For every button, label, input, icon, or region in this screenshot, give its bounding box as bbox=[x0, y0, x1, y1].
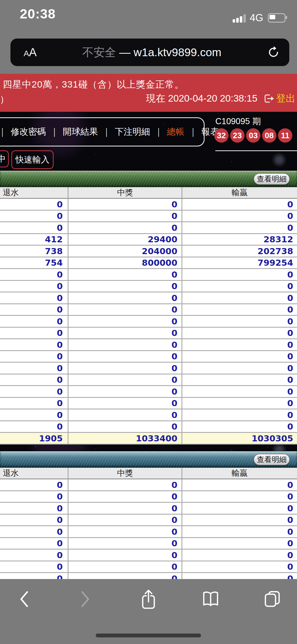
table-cell: 0 bbox=[0, 479, 68, 490]
nav-link-2[interactable]: 修改密碼 bbox=[11, 126, 46, 138]
table-cell: 0 bbox=[182, 561, 297, 572]
forward-button[interactable] bbox=[81, 591, 90, 608]
table-cell: 0 bbox=[68, 561, 182, 572]
current-datetime: 現在 2020-04-20 20:38:15 bbox=[146, 92, 257, 105]
nav-separator: ｜ bbox=[102, 126, 111, 138]
table-cell: 0 bbox=[0, 491, 68, 502]
url-text[interactable]: 不安全 — w1a.ktv9899.com bbox=[48, 45, 255, 60]
column-header: 中獎 bbox=[68, 468, 182, 479]
table-cell: 0 bbox=[182, 292, 297, 303]
section-1-header-bar: 查看明細 bbox=[0, 170, 297, 187]
column-header: 退水 bbox=[0, 468, 68, 479]
nav-separator: ｜ bbox=[154, 126, 163, 138]
table-row: 000 bbox=[0, 199, 297, 211]
table-cell: 0 bbox=[182, 386, 297, 397]
table-row: 000 bbox=[0, 491, 297, 503]
security-label: 不安全 bbox=[82, 46, 116, 59]
table-row: 738204000202738 bbox=[0, 246, 297, 257]
tabs-button[interactable] bbox=[264, 590, 281, 607]
back-button[interactable] bbox=[20, 591, 29, 608]
report-section-1: 查看明細 退水 中獎 輸贏 00000000041229400283127382… bbox=[0, 170, 297, 445]
table-row: 000 bbox=[0, 292, 297, 304]
table-cell: 0 bbox=[0, 304, 68, 315]
table-cell: 0 bbox=[0, 316, 68, 327]
table-cell: 0 bbox=[68, 526, 182, 537]
table-cell: 0 bbox=[68, 316, 182, 327]
table-row: 000 bbox=[0, 386, 297, 398]
table-row: 000 bbox=[0, 503, 297, 515]
table-cell: 0 bbox=[68, 222, 182, 233]
table-cell: 0 bbox=[0, 573, 68, 579]
table-row: 000 bbox=[0, 550, 297, 561]
lottery-ball: 03 bbox=[246, 128, 260, 143]
battery-tip bbox=[286, 16, 287, 19]
table-cell: 0 bbox=[0, 281, 68, 292]
table-cell: 0 bbox=[0, 328, 68, 339]
share-button[interactable] bbox=[141, 589, 156, 610]
table-cell: 0 bbox=[68, 538, 182, 549]
table-row: 000 bbox=[0, 269, 297, 281]
site-host: — w1a.ktv9899.com bbox=[119, 46, 221, 59]
announcement-banner: 四星中20萬，331碰（含）以上獎金正常。 0） 現在 2020-04-20 2… bbox=[0, 74, 297, 112]
address-bar[interactable]: AA 不安全 — w1a.ktv9899.com bbox=[10, 39, 289, 66]
view-detail-button[interactable]: 查看明細 bbox=[254, 454, 290, 465]
table-row: 000 bbox=[0, 281, 297, 293]
table-row: 000 bbox=[0, 561, 297, 573]
logout-link[interactable]: 登出 bbox=[276, 92, 295, 105]
table-cell: 0 bbox=[182, 550, 297, 561]
table-cell: 0 bbox=[68, 351, 182, 362]
column-header: 中獎 bbox=[68, 187, 182, 198]
table-cell: 0 bbox=[68, 269, 182, 280]
view-detail-button[interactable]: 查看明細 bbox=[254, 173, 290, 185]
table-row: 000 bbox=[0, 351, 297, 363]
signal-bar bbox=[233, 19, 235, 23]
clipped-text-fragment: 0） bbox=[0, 93, 9, 106]
clipped-button[interactable]: 中 bbox=[0, 150, 9, 167]
nav-link-4[interactable]: 下注明細 bbox=[115, 126, 150, 138]
total-cell: 1030305 bbox=[182, 433, 297, 444]
table-row: 000 bbox=[0, 374, 297, 386]
home-indicator[interactable] bbox=[96, 634, 201, 637]
table-cell: 0 bbox=[68, 199, 182, 210]
table-row: 000 bbox=[0, 573, 297, 579]
table-row: 000 bbox=[0, 211, 297, 222]
column-header: 輸贏 bbox=[182, 187, 297, 198]
table-cell: 0 bbox=[68, 363, 182, 374]
site-header: 資料｜修改密碼｜開球結果｜下注明細｜總帳｜報表 C109095 期 322303… bbox=[0, 112, 297, 170]
quick-input-button[interactable]: 快速輸入 bbox=[11, 150, 54, 169]
totals-row: 1905 1033400 1030305 bbox=[0, 433, 297, 445]
table-cell: 0 bbox=[0, 526, 68, 537]
table-cell: 0 bbox=[68, 409, 182, 420]
nav-link-3[interactable]: 開球結果 bbox=[63, 126, 98, 138]
table-cell: 0 bbox=[182, 515, 297, 526]
table-row: 000 bbox=[0, 339, 297, 351]
reader-text-size-button[interactable]: AA bbox=[24, 46, 48, 59]
draw-period: C109095 期 bbox=[215, 116, 261, 127]
stripe-texture bbox=[0, 171, 297, 187]
bookmarks-button[interactable] bbox=[202, 591, 219, 607]
table-cell: 738 bbox=[0, 246, 68, 257]
nav-link-5[interactable]: 總帳 bbox=[167, 126, 185, 138]
table-cell: 0 bbox=[182, 491, 297, 502]
signal-strength-icon bbox=[233, 14, 246, 23]
table-cell: 0 bbox=[182, 351, 297, 362]
table-cell: 0 bbox=[0, 211, 68, 222]
table-cell: 0 bbox=[68, 398, 182, 409]
table-row: 000 bbox=[0, 479, 297, 491]
table-cell: 0 bbox=[182, 222, 297, 233]
divider bbox=[215, 150, 297, 151]
column-header: 退水 bbox=[0, 187, 68, 198]
reload-button[interactable] bbox=[255, 46, 280, 59]
reload-icon bbox=[267, 46, 280, 59]
tabs-icon bbox=[264, 590, 281, 607]
table-cell: 0 bbox=[68, 211, 182, 222]
table-cell: 0 bbox=[182, 409, 297, 420]
table-cell: 0 bbox=[0, 351, 68, 362]
report-section-2: 查看明細 退水 中獎 輸贏 00000000000000000000000000… bbox=[0, 451, 297, 579]
table-cell: 412 bbox=[0, 234, 68, 245]
forward-icon bbox=[81, 591, 90, 608]
table-cell: 0 bbox=[0, 538, 68, 549]
table-header: 退水 中獎 輸贏 bbox=[0, 468, 297, 479]
table-cell: 202738 bbox=[182, 246, 297, 257]
table-cell: 0 bbox=[182, 269, 297, 280]
